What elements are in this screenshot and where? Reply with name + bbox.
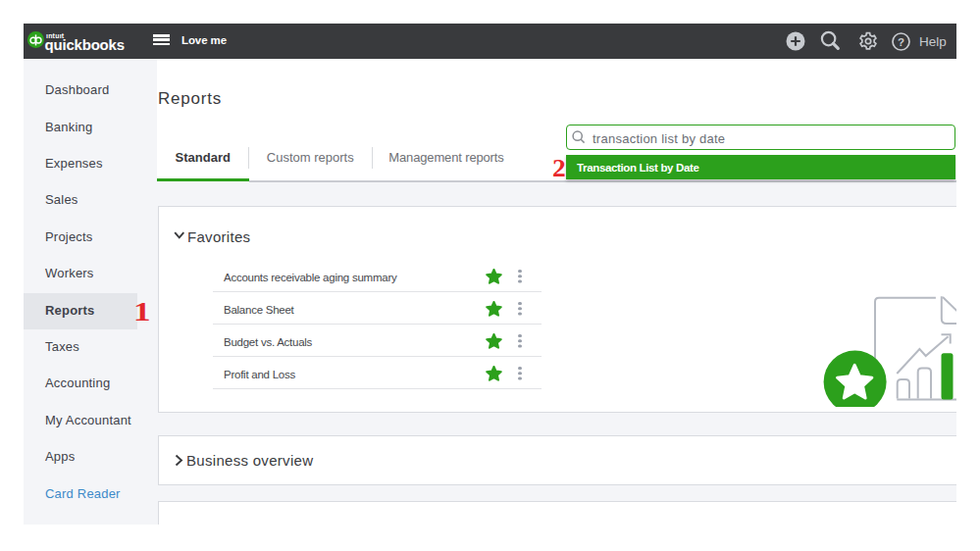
svg-text:?: ?: [898, 35, 904, 47]
